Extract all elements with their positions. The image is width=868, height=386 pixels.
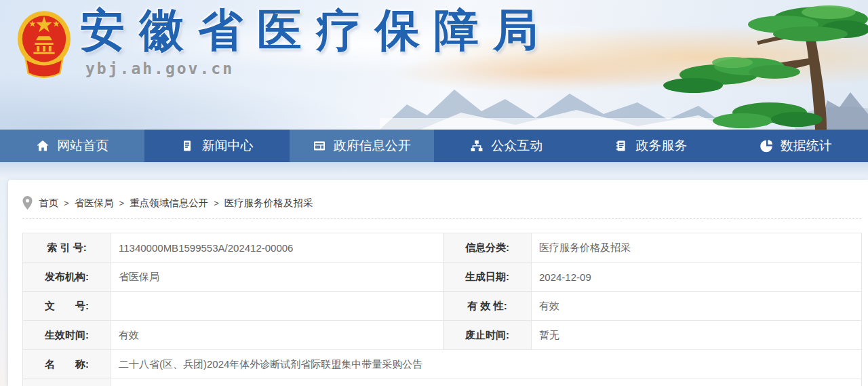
nav-item-label: 网站首页	[57, 137, 108, 155]
table-row: 索 引 号: 11340000MB1599553A/202412-00006 信…	[23, 233, 862, 263]
table-row-partial	[23, 379, 862, 386]
breadcrumb-separator: >	[64, 198, 69, 208]
breadcrumb: 首页 > 省医保局 > 重点领域信息公开 > 医疗服务价格及招采	[22, 196, 313, 210]
table-row: 生效时间: 有效 废止时间: 暂无	[23, 321, 862, 350]
location-pin-icon	[22, 196, 33, 210]
info-table: 索 引 号: 11340000MB1599553A/202412-00006 信…	[22, 233, 862, 386]
site-header: 安徽省医疗保障局 ybj.ah.gov.cn	[0, 0, 868, 130]
nav-item-home[interactable]: 网站首页	[0, 130, 144, 162]
nav-item-label: 政府信息公开	[334, 137, 411, 155]
main-navigation: 网站首页 新闻中心 政府信息公开 公众互动 政务服务 数据统计	[0, 130, 868, 162]
table-row: 发布机构: 省医保局 生成日期: 2024-12-09	[23, 263, 862, 292]
nav-item-label: 公众互动	[491, 137, 542, 155]
breadcrumb-divider	[22, 218, 861, 219]
field-label-issue-date: 生成日期:	[443, 263, 532, 292]
breadcrumb-home[interactable]: 首页	[39, 197, 58, 210]
breadcrumb-separator: >	[214, 198, 219, 208]
field-value-index-no: 11340000MB1599553A/202412-00006	[111, 233, 443, 263]
pine-tree-illustration	[651, 0, 868, 130]
nav-item-gov-services[interactable]: 政务服务	[578, 130, 723, 162]
breadcrumb-bureau[interactable]: 省医保局	[75, 197, 114, 210]
services-icon	[614, 139, 628, 153]
field-value-doc-number	[111, 292, 443, 321]
field-value-repeal-time: 暂无	[532, 321, 862, 350]
news-icon	[180, 139, 194, 153]
home-icon	[36, 139, 50, 153]
breadcrumb-key-info[interactable]: 重点领域信息公开	[130, 197, 208, 210]
nav-item-gov-info-disclosure[interactable]: 政府信息公开	[290, 130, 434, 162]
field-label-effective-time: 生效时间:	[23, 321, 111, 350]
field-label-info-category: 信息分类:	[443, 233, 532, 263]
field-value-title: 二十八省(区、兵团)2024年体外诊断试剂省际联盟集中带量采购公告	[111, 350, 862, 379]
nav-item-data-statistics[interactable]: 数据统计	[724, 130, 868, 162]
content-card: 首页 > 省医保局 > 重点领域信息公开 > 医疗服务价格及招采 索 引 号: …	[8, 180, 868, 386]
header-sub-band	[0, 162, 868, 180]
field-label-partial	[23, 379, 111, 386]
field-label-repeal-time: 废止时间:	[443, 321, 532, 350]
nav-item-label: 数据统计	[781, 137, 832, 155]
nav-item-news-center[interactable]: 新闻中心	[144, 130, 289, 162]
field-label-publisher: 发布机构:	[23, 263, 111, 292]
field-value-publisher: 省医保局	[111, 263, 443, 292]
table-row: 文 号: 有 效 性: 有效	[23, 292, 862, 321]
field-value-validity: 有效	[532, 292, 862, 321]
statistics-icon	[760, 139, 773, 153]
field-value-issue-date: 2024-12-09	[532, 263, 862, 292]
field-label-index-no: 索 引 号:	[23, 233, 111, 263]
site-title[interactable]: 安徽省医疗保障局	[80, 4, 552, 56]
field-label-doc-number: 文 号:	[23, 292, 111, 321]
national-emblem-icon[interactable]	[16, 8, 72, 81]
breadcrumb-current-page: 医疗服务价格及招采	[224, 197, 313, 210]
field-value-info-category: 医疗服务价格及招采	[532, 233, 862, 263]
info-disclosure-icon	[313, 139, 326, 153]
site-url: ybj.ah.gov.cn	[85, 60, 234, 77]
field-label-title: 名 称:	[23, 350, 111, 379]
nav-item-public-interaction[interactable]: 公众互动	[434, 130, 578, 162]
nav-item-label: 政务服务	[635, 137, 687, 155]
field-value-partial	[111, 379, 862, 386]
field-value-effective-time: 有效	[111, 321, 443, 350]
interaction-icon	[470, 139, 484, 153]
breadcrumb-separator: >	[119, 198, 125, 208]
table-row: 名 称: 二十八省(区、兵团)2024年体外诊断试剂省际联盟集中带量采购公告	[23, 350, 862, 379]
nav-item-label: 新闻中心	[201, 137, 253, 155]
field-label-validity: 有 效 性:	[443, 292, 532, 321]
